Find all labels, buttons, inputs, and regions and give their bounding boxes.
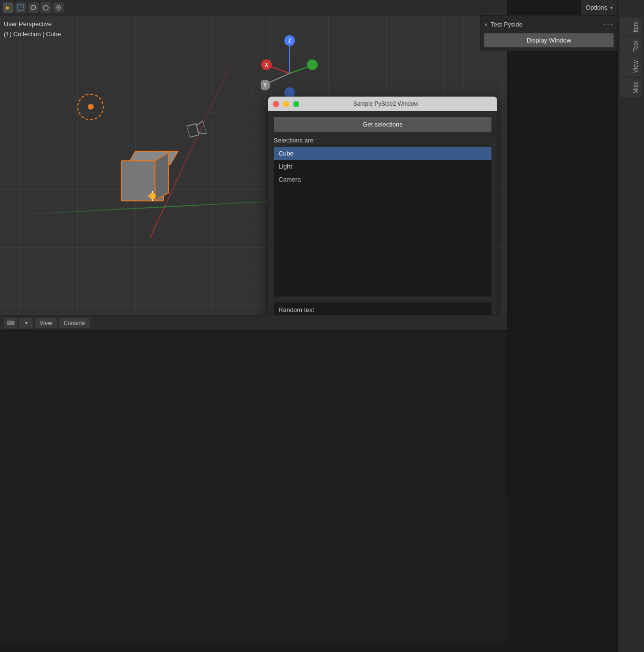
console-area[interactable] xyxy=(0,331,507,643)
cube-origin-dot xyxy=(149,193,156,199)
svg-rect-0 xyxy=(18,5,24,11)
window-close-button[interactable] xyxy=(273,101,279,107)
display-window-button[interactable]: Display Window xyxy=(484,33,614,47)
random-text-label: Random text xyxy=(279,306,314,313)
collection-label: (1) Collection | Cube xyxy=(4,29,61,40)
panel-collapse-icon[interactable]: ∨ xyxy=(484,22,488,27)
panel-title: Test Pyside xyxy=(490,21,601,28)
right-sidebar: Item Tool View Misc xyxy=(617,0,644,652)
options-label: Options xyxy=(586,4,607,11)
perspective-label: User Perspective xyxy=(4,19,61,29)
options-chevron-icon: ▾ xyxy=(610,5,613,10)
panel-options-icon[interactable]: ··· xyxy=(603,19,614,29)
list-item-light[interactable]: Light xyxy=(274,160,491,173)
toolbar-icon-box-select[interactable] xyxy=(15,2,26,13)
pyside2-window-title: Sample PySide2 Window xyxy=(279,100,492,107)
toolbar-icon-cursor[interactable] xyxy=(53,2,64,13)
selections-list[interactable]: Cube Light Camera xyxy=(274,147,491,297)
viewport-labels: User Perspective (1) Collection | Cube xyxy=(4,19,61,40)
list-item-camera[interactable]: Camera xyxy=(274,173,491,186)
sidebar-tab-tool[interactable]: Tool xyxy=(620,37,642,56)
cube-face-side xyxy=(154,152,169,201)
pyside2-titlebar: Sample PySide2 Window xyxy=(268,97,497,111)
toolbar-icon-lasso[interactable] xyxy=(28,2,39,13)
selection-dot xyxy=(88,104,94,110)
toolbar-icon-play[interactable]: ▶ xyxy=(3,2,14,13)
options-button[interactable]: Options ▾ xyxy=(581,0,617,15)
toolbar-icon-circle-select[interactable] xyxy=(41,2,51,13)
console-mode-icon[interactable]: ⌨ xyxy=(4,318,17,328)
svg-point-1 xyxy=(43,5,48,10)
bottom-console: ⌨ ▾ View Console xyxy=(0,315,507,643)
console-dropdown-button[interactable]: ▾ xyxy=(19,318,33,328)
console-toolbar: ⌨ ▾ View Console xyxy=(0,315,507,331)
console-tab-view[interactable]: View xyxy=(35,318,57,328)
cube-3d-object[interactable] xyxy=(113,151,171,204)
sidebar-tab-misc[interactable]: Misc xyxy=(620,78,642,98)
sidebar-tab-item[interactable]: Item xyxy=(620,17,642,36)
right-panel: ∨ Test Pyside ··· Display Window xyxy=(480,15,617,51)
get-selections-button[interactable]: Get selections xyxy=(274,117,491,132)
list-item-cube[interactable]: Cube xyxy=(274,147,491,160)
sidebar-tab-view[interactable]: View xyxy=(620,57,642,77)
top-toolbar: ▶ xyxy=(0,0,507,15)
selections-label: Selections are : xyxy=(274,137,491,144)
console-tab-console[interactable]: Console xyxy=(59,318,90,328)
panel-header: ∨ Test Pyside ··· xyxy=(484,19,614,29)
